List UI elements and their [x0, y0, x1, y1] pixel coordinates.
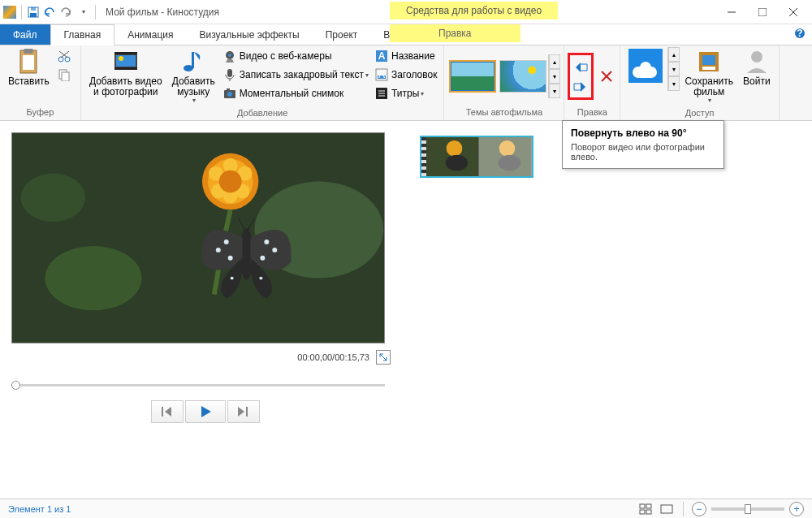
time-display: 00:00,00/00:15,73: [297, 352, 369, 362]
svg-point-62: [216, 248, 221, 253]
svg-rect-17: [62, 72, 69, 81]
help-button[interactable]: ?: [788, 24, 812, 45]
qat-redo-button[interactable]: [58, 4, 74, 20]
svg-rect-45: [702, 67, 715, 70]
paste-button[interactable]: Вставить: [3, 47, 54, 88]
tab-animation[interactable]: Анимация: [114, 24, 186, 45]
svg-point-79: [499, 155, 521, 171]
signin-button[interactable]: Войти: [738, 47, 775, 88]
prev-frame-button[interactable]: [151, 400, 184, 423]
webcam-video-button[interactable]: Видео с веб-камеры: [220, 47, 372, 65]
svg-rect-44: [702, 55, 715, 65]
save-movie-button[interactable]: Сохранить фильм▾: [680, 47, 738, 106]
clip-frame-2[interactable]: [479, 137, 532, 176]
group-label-add: Добавление: [237, 106, 287, 119]
caption-button[interactable]: AЗаголовок: [372, 66, 440, 84]
camera-icon: [223, 87, 236, 100]
seek-bar[interactable]: [11, 379, 385, 391]
zoom-in-button[interactable]: +: [789, 502, 804, 516]
cut-button[interactable]: [54, 47, 77, 65]
svg-point-26: [228, 54, 231, 57]
tab-visual-effects[interactable]: Визуальные эффекты: [187, 24, 313, 45]
svg-point-61: [224, 240, 229, 244]
view-mode-button-2[interactable]: [659, 502, 675, 516]
svg-point-67: [231, 277, 234, 280]
close-button[interactable]: [778, 1, 809, 24]
ribbon-group-themes: ▴ ▾ ▾ Темы автофильма: [444, 45, 564, 120]
svg-point-66: [260, 256, 265, 261]
snapshot-button[interactable]: Моментальный снимок: [220, 84, 372, 102]
timeline-clip[interactable]: [420, 136, 533, 178]
add-music-button[interactable]: Добавить музыку▾: [167, 47, 220, 106]
svg-rect-4: [758, 8, 767, 16]
svg-rect-81: [646, 504, 651, 508]
tooltip-description: Поворот видео или фотографии влево.: [571, 142, 715, 162]
svg-line-71: [380, 354, 387, 360]
gallery-up-button[interactable]: ▴: [549, 54, 560, 69]
credits-button[interactable]: Титры▾: [372, 84, 440, 102]
titlebar: ▾ Мой фильм - Киностудия Средства для ра…: [0, 0, 812, 24]
zoom-slider-thumb[interactable]: [745, 504, 751, 514]
add-video-label: Добавить видео и фотографии: [89, 76, 162, 97]
svg-rect-10: [24, 49, 33, 54]
tab-project[interactable]: Проект: [313, 24, 371, 45]
theme-thumbnail-1[interactable]: [449, 60, 496, 93]
gallery-down-button[interactable]: ▾: [549, 69, 560, 84]
delete-x-icon: [600, 70, 613, 83]
theme-thumbnail-2[interactable]: [499, 60, 546, 93]
preview-canvas[interactable]: [11, 132, 385, 343]
ribbon: Вставить Буфер Добавить видео и фотограф…: [0, 45, 812, 121]
share-expand-button[interactable]: ▾: [668, 76, 680, 91]
delete-button[interactable]: [597, 67, 616, 85]
svg-point-64: [264, 240, 269, 244]
qat-undo-button[interactable]: [41, 4, 58, 20]
view-icon-2: [660, 503, 673, 515]
maximize-button[interactable]: [747, 1, 778, 24]
timeline-pane[interactable]: [410, 121, 812, 499]
share-down-button[interactable]: ▾: [668, 62, 680, 76]
copy-button[interactable]: [54, 66, 77, 84]
fullscreen-button[interactable]: [376, 350, 391, 365]
play-button[interactable]: [185, 400, 226, 423]
clip-frame-1[interactable]: [426, 137, 479, 176]
svg-rect-1: [30, 13, 37, 17]
qat-save-button[interactable]: [25, 4, 41, 20]
credits-icon: [375, 87, 388, 100]
tab-file[interactable]: Файл: [0, 24, 50, 45]
user-icon: [744, 49, 770, 75]
preview-pane: 00:00,00/00:15,73: [0, 121, 410, 499]
svg-rect-82: [640, 510, 645, 514]
zoom-slider[interactable]: [711, 507, 784, 511]
next-icon: [238, 407, 249, 417]
tab-home[interactable]: Главная: [50, 24, 115, 45]
add-video-photos-button[interactable]: Добавить видео и фотографии: [84, 47, 167, 99]
svg-rect-73: [246, 407, 248, 417]
qat-customize-dropdown[interactable]: ▾: [76, 4, 92, 20]
svg-rect-72: [162, 407, 163, 417]
ribbon-group-add: Добавить видео и фотографии Добавить муз…: [81, 45, 445, 120]
next-frame-button[interactable]: [227, 400, 260, 423]
share-up-button[interactable]: ▴: [668, 47, 680, 62]
rotate-right-button[interactable]: [572, 76, 590, 94]
zoom-out-button[interactable]: −: [692, 502, 706, 516]
onedrive-button[interactable]: [624, 47, 667, 84]
record-voiceover-button[interactable]: Записать закадровый текст▾: [220, 66, 372, 84]
minimize-button[interactable]: [716, 1, 747, 24]
title-button[interactable]: AНазвание: [372, 47, 440, 65]
svg-point-30: [227, 92, 232, 97]
view-mode-button-1[interactable]: [637, 502, 654, 516]
tab-edit-contextual[interactable]: Правка: [390, 24, 520, 42]
save-movie-label: Сохранить фильм: [685, 76, 733, 97]
rotate-left-button[interactable]: [572, 57, 590, 75]
film-photo-icon: [113, 49, 139, 75]
ribbon-tabs: Файл Главная Анимация Визуальные эффекты…: [0, 24, 812, 45]
svg-point-46: [751, 51, 762, 63]
seek-thumb[interactable]: [11, 381, 20, 390]
tooltip-title: Повернуть влево на 90°: [571, 127, 715, 139]
svg-text:A: A: [378, 50, 386, 62]
gallery-expand-button[interactable]: ▾: [549, 84, 560, 98]
undo-icon: [44, 6, 55, 18]
statusbar: Элемент 1 из 1 − +: [0, 499, 812, 518]
group-label-access: Доступ: [685, 106, 715, 119]
redo-icon: [60, 6, 71, 18]
